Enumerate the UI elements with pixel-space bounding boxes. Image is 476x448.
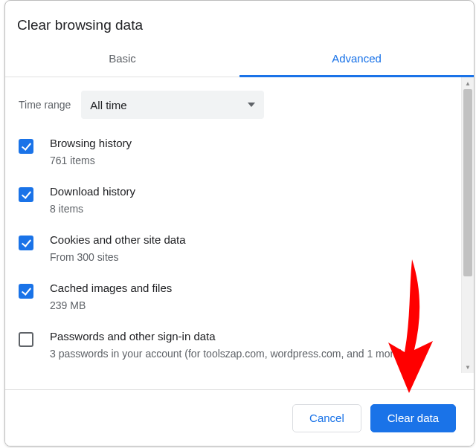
dialog-title: Clear browsing data <box>5 1 474 52</box>
item-label: Cookies and other site data <box>50 233 186 246</box>
item-sub: 3 passwords in your account (for toolsza… <box>50 346 403 362</box>
checkbox-download-history[interactable] <box>19 187 33 202</box>
content: Time range All time Browsing history 761… <box>5 77 461 373</box>
scroll-area: Time range All time Browsing history 761… <box>5 77 474 373</box>
scroll-down-icon[interactable]: ▼ <box>462 361 474 373</box>
item-sub: From 300 sites <box>50 250 186 265</box>
checkbox-passwords[interactable] <box>19 332 33 347</box>
tab-basic[interactable]: Basic <box>5 52 239 77</box>
time-range-value: All time <box>90 99 126 111</box>
time-range-label: Time range <box>19 99 71 111</box>
item-cached: Cached images and files 239 MB <box>19 282 449 314</box>
item-sub: 8 items <box>50 201 135 217</box>
dialog-footer: Cancel Clear data <box>5 389 474 446</box>
item-passwords: Passwords and other sign-in data 3 passw… <box>19 330 449 362</box>
time-range-row: Time range All time <box>19 91 449 119</box>
time-range-select[interactable]: All time <box>81 91 264 119</box>
item-browsing-history: Browsing history 761 items <box>19 137 449 169</box>
item-label: Download history <box>50 185 135 198</box>
checkbox-browsing-history[interactable] <box>19 139 33 154</box>
item-sub: 761 items <box>50 153 132 169</box>
clear-browsing-data-dialog: Clear browsing data Basic Advanced Time … <box>4 0 475 447</box>
item-cookies: Cookies and other site data From 300 sit… <box>19 233 449 265</box>
scrollbar-thumb[interactable] <box>463 89 472 276</box>
chevron-down-icon <box>248 103 255 107</box>
cancel-button[interactable]: Cancel <box>292 404 361 432</box>
checkbox-cookies[interactable] <box>19 236 33 250</box>
item-label: Browsing history <box>50 137 132 149</box>
clear-data-button[interactable]: Clear data <box>370 404 456 432</box>
tab-advanced[interactable]: Advanced <box>239 52 474 77</box>
item-sub: 239 MB <box>50 298 172 314</box>
scroll-up-icon[interactable]: ▲ <box>462 77 474 89</box>
checkbox-cached[interactable] <box>19 284 33 299</box>
tabs: Basic Advanced <box>5 52 474 77</box>
item-download-history: Download history 8 items <box>19 185 449 217</box>
item-label: Cached images and files <box>50 282 172 294</box>
scrollbar[interactable]: ▲ ▼ <box>461 77 474 373</box>
item-label: Passwords and other sign-in data <box>50 330 403 343</box>
